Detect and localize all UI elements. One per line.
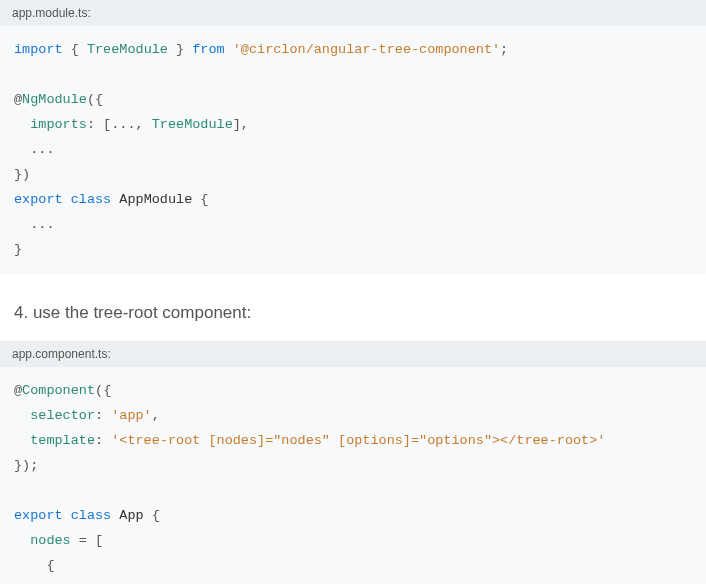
code-body: import { TreeModule } from '@circlon/ang… — [0, 26, 706, 267]
keyword-export: export — [14, 508, 63, 523]
keyword-from: from — [192, 42, 224, 57]
punct: , — [152, 408, 160, 423]
punct: { — [192, 192, 208, 207]
string: '<tree-root [nodes]="nodes" [options]="o… — [111, 433, 605, 448]
line: export class AppModule { — [14, 192, 208, 207]
punct: } — [168, 42, 192, 57]
keyword-import: import — [14, 42, 63, 57]
punct: ; — [500, 42, 508, 57]
string: 'app' — [111, 408, 152, 423]
keyword-export: export — [14, 192, 63, 207]
line: }); — [14, 458, 38, 473]
line: ... — [14, 217, 55, 232]
code-header: app.module.ts: — [0, 0, 706, 26]
punct: ], — [233, 117, 249, 132]
line: ... — [14, 142, 55, 157]
type: TreeModule — [87, 42, 168, 57]
prop: imports — [14, 117, 87, 132]
punct: : — [95, 433, 111, 448]
punct: { — [144, 508, 160, 523]
line: nodes = [ — [14, 533, 103, 548]
code-block-app-module: app.module.ts: import { TreeModule } fro… — [0, 0, 706, 275]
punct: : [..., — [87, 117, 152, 132]
line: template: '<tree-root [nodes]="nodes" [o… — [14, 433, 605, 448]
punct: = [ — [71, 533, 103, 548]
classname: AppModule — [119, 192, 192, 207]
line: { — [14, 558, 55, 573]
keyword-class: class — [63, 508, 120, 523]
type: TreeModule — [152, 117, 233, 132]
code-body: @Component({ selector: 'app', template: … — [0, 367, 706, 584]
step-heading: 4. use the tree-root component: — [14, 303, 706, 323]
string: '@circlon/angular-tree-component' — [225, 42, 500, 57]
punct: : — [95, 408, 111, 423]
line: }) — [14, 167, 30, 182]
line: @NgModule({ — [14, 92, 103, 107]
keyword-class: class — [63, 192, 120, 207]
decorator-at: @ — [14, 92, 22, 107]
line: selector: 'app', — [14, 408, 160, 423]
decorator-at: @ — [14, 383, 22, 398]
punct: { — [63, 42, 87, 57]
decorator-name: NgModule — [22, 92, 87, 107]
punct: ({ — [95, 383, 111, 398]
line: } — [14, 242, 22, 257]
line: imports: [..., TreeModule], — [14, 117, 249, 132]
classname: App — [119, 508, 143, 523]
punct: ({ — [87, 92, 103, 107]
code-header: app.component.ts: — [0, 341, 706, 367]
prop: template — [14, 433, 95, 448]
code-block-app-component: app.component.ts: @Component({ selector:… — [0, 341, 706, 584]
decorator-name: Component — [22, 383, 95, 398]
prop: selector — [14, 408, 95, 423]
line: import { TreeModule } from '@circlon/ang… — [14, 42, 508, 57]
line: @Component({ — [14, 383, 111, 398]
prop: nodes — [14, 533, 71, 548]
line: export class App { — [14, 508, 160, 523]
